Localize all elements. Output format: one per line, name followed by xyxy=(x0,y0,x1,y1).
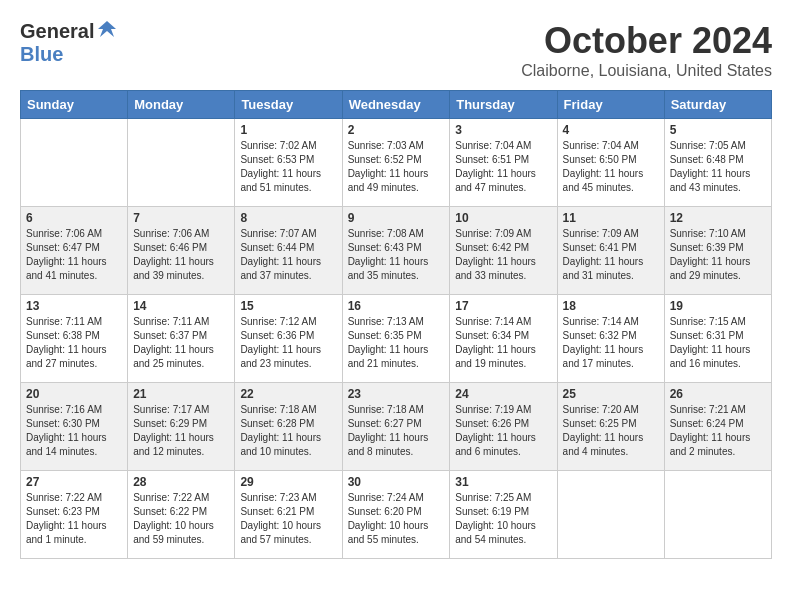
logo: General Blue xyxy=(20,20,118,66)
day-info: Sunrise: 7:02 AM Sunset: 6:53 PM Dayligh… xyxy=(240,139,336,195)
day-number: 19 xyxy=(670,299,766,313)
day-number: 9 xyxy=(348,211,445,225)
day-number: 18 xyxy=(563,299,659,313)
svg-marker-0 xyxy=(98,21,116,37)
table-row: 28Sunrise: 7:22 AM Sunset: 6:22 PM Dayli… xyxy=(128,471,235,559)
table-row: 23Sunrise: 7:18 AM Sunset: 6:27 PM Dayli… xyxy=(342,383,450,471)
day-info: Sunrise: 7:16 AM Sunset: 6:30 PM Dayligh… xyxy=(26,403,122,459)
day-number: 31 xyxy=(455,475,551,489)
day-number: 13 xyxy=(26,299,122,313)
day-info: Sunrise: 7:03 AM Sunset: 6:52 PM Dayligh… xyxy=(348,139,445,195)
table-row: 5Sunrise: 7:05 AM Sunset: 6:48 PM Daylig… xyxy=(664,119,771,207)
table-row: 4Sunrise: 7:04 AM Sunset: 6:50 PM Daylig… xyxy=(557,119,664,207)
day-number: 30 xyxy=(348,475,445,489)
table-row: 29Sunrise: 7:23 AM Sunset: 6:21 PM Dayli… xyxy=(235,471,342,559)
location: Claiborne, Louisiana, United States xyxy=(521,62,772,80)
day-info: Sunrise: 7:04 AM Sunset: 6:51 PM Dayligh… xyxy=(455,139,551,195)
logo-general-text: General xyxy=(20,20,94,43)
header-wednesday: Wednesday xyxy=(342,91,450,119)
table-row xyxy=(664,471,771,559)
day-info: Sunrise: 7:18 AM Sunset: 6:27 PM Dayligh… xyxy=(348,403,445,459)
day-number: 11 xyxy=(563,211,659,225)
day-number: 21 xyxy=(133,387,229,401)
day-info: Sunrise: 7:05 AM Sunset: 6:48 PM Dayligh… xyxy=(670,139,766,195)
table-row: 8Sunrise: 7:07 AM Sunset: 6:44 PM Daylig… xyxy=(235,207,342,295)
day-info: Sunrise: 7:09 AM Sunset: 6:41 PM Dayligh… xyxy=(563,227,659,283)
day-info: Sunrise: 7:13 AM Sunset: 6:35 PM Dayligh… xyxy=(348,315,445,371)
day-number: 14 xyxy=(133,299,229,313)
table-row: 30Sunrise: 7:24 AM Sunset: 6:20 PM Dayli… xyxy=(342,471,450,559)
day-number: 7 xyxy=(133,211,229,225)
header-thursday: Thursday xyxy=(450,91,557,119)
day-number: 17 xyxy=(455,299,551,313)
day-number: 23 xyxy=(348,387,445,401)
table-row: 24Sunrise: 7:19 AM Sunset: 6:26 PM Dayli… xyxy=(450,383,557,471)
day-info: Sunrise: 7:21 AM Sunset: 6:24 PM Dayligh… xyxy=(670,403,766,459)
table-row: 25Sunrise: 7:20 AM Sunset: 6:25 PM Dayli… xyxy=(557,383,664,471)
table-row: 7Sunrise: 7:06 AM Sunset: 6:46 PM Daylig… xyxy=(128,207,235,295)
day-number: 26 xyxy=(670,387,766,401)
day-info: Sunrise: 7:11 AM Sunset: 6:37 PM Dayligh… xyxy=(133,315,229,371)
day-number: 10 xyxy=(455,211,551,225)
calendar-week-row: 20Sunrise: 7:16 AM Sunset: 6:30 PM Dayli… xyxy=(21,383,772,471)
title-area: October 2024 Claiborne, Louisiana, Unite… xyxy=(521,20,772,80)
day-number: 28 xyxy=(133,475,229,489)
page-container: General Blue October 2024 Claiborne, Lou… xyxy=(20,20,772,559)
day-info: Sunrise: 7:06 AM Sunset: 6:46 PM Dayligh… xyxy=(133,227,229,283)
day-info: Sunrise: 7:14 AM Sunset: 6:34 PM Dayligh… xyxy=(455,315,551,371)
table-row: 2Sunrise: 7:03 AM Sunset: 6:52 PM Daylig… xyxy=(342,119,450,207)
day-info: Sunrise: 7:07 AM Sunset: 6:44 PM Dayligh… xyxy=(240,227,336,283)
table-row: 1Sunrise: 7:02 AM Sunset: 6:53 PM Daylig… xyxy=(235,119,342,207)
day-info: Sunrise: 7:22 AM Sunset: 6:22 PM Dayligh… xyxy=(133,491,229,547)
calendar-table: Sunday Monday Tuesday Wednesday Thursday… xyxy=(20,90,772,559)
day-number: 22 xyxy=(240,387,336,401)
day-info: Sunrise: 7:19 AM Sunset: 6:26 PM Dayligh… xyxy=(455,403,551,459)
day-info: Sunrise: 7:15 AM Sunset: 6:31 PM Dayligh… xyxy=(670,315,766,371)
day-info: Sunrise: 7:23 AM Sunset: 6:21 PM Dayligh… xyxy=(240,491,336,547)
logo-bird-icon xyxy=(96,19,118,41)
header-sunday: Sunday xyxy=(21,91,128,119)
header-monday: Monday xyxy=(128,91,235,119)
calendar-week-row: 1Sunrise: 7:02 AM Sunset: 6:53 PM Daylig… xyxy=(21,119,772,207)
calendar-week-row: 27Sunrise: 7:22 AM Sunset: 6:23 PM Dayli… xyxy=(21,471,772,559)
day-number: 12 xyxy=(670,211,766,225)
day-info: Sunrise: 7:10 AM Sunset: 6:39 PM Dayligh… xyxy=(670,227,766,283)
month-title: October 2024 xyxy=(521,20,772,62)
day-info: Sunrise: 7:24 AM Sunset: 6:20 PM Dayligh… xyxy=(348,491,445,547)
table-row: 21Sunrise: 7:17 AM Sunset: 6:29 PM Dayli… xyxy=(128,383,235,471)
day-number: 25 xyxy=(563,387,659,401)
table-row: 9Sunrise: 7:08 AM Sunset: 6:43 PM Daylig… xyxy=(342,207,450,295)
day-number: 24 xyxy=(455,387,551,401)
day-number: 27 xyxy=(26,475,122,489)
day-info: Sunrise: 7:17 AM Sunset: 6:29 PM Dayligh… xyxy=(133,403,229,459)
day-info: Sunrise: 7:18 AM Sunset: 6:28 PM Dayligh… xyxy=(240,403,336,459)
day-number: 20 xyxy=(26,387,122,401)
day-number: 8 xyxy=(240,211,336,225)
table-row: 17Sunrise: 7:14 AM Sunset: 6:34 PM Dayli… xyxy=(450,295,557,383)
day-number: 16 xyxy=(348,299,445,313)
table-row: 14Sunrise: 7:11 AM Sunset: 6:37 PM Dayli… xyxy=(128,295,235,383)
header-friday: Friday xyxy=(557,91,664,119)
day-info: Sunrise: 7:12 AM Sunset: 6:36 PM Dayligh… xyxy=(240,315,336,371)
table-row: 10Sunrise: 7:09 AM Sunset: 6:42 PM Dayli… xyxy=(450,207,557,295)
table-row: 27Sunrise: 7:22 AM Sunset: 6:23 PM Dayli… xyxy=(21,471,128,559)
table-row: 22Sunrise: 7:18 AM Sunset: 6:28 PM Dayli… xyxy=(235,383,342,471)
day-info: Sunrise: 7:06 AM Sunset: 6:47 PM Dayligh… xyxy=(26,227,122,283)
logo-blue-text: Blue xyxy=(20,43,63,65)
day-info: Sunrise: 7:25 AM Sunset: 6:19 PM Dayligh… xyxy=(455,491,551,547)
table-row xyxy=(128,119,235,207)
day-info: Sunrise: 7:14 AM Sunset: 6:32 PM Dayligh… xyxy=(563,315,659,371)
day-number: 4 xyxy=(563,123,659,137)
day-info: Sunrise: 7:04 AM Sunset: 6:50 PM Dayligh… xyxy=(563,139,659,195)
day-number: 1 xyxy=(240,123,336,137)
day-info: Sunrise: 7:08 AM Sunset: 6:43 PM Dayligh… xyxy=(348,227,445,283)
day-info: Sunrise: 7:11 AM Sunset: 6:38 PM Dayligh… xyxy=(26,315,122,371)
table-row xyxy=(557,471,664,559)
calendar-week-row: 13Sunrise: 7:11 AM Sunset: 6:38 PM Dayli… xyxy=(21,295,772,383)
day-number: 3 xyxy=(455,123,551,137)
header-tuesday: Tuesday xyxy=(235,91,342,119)
day-number: 2 xyxy=(348,123,445,137)
table-row xyxy=(21,119,128,207)
table-row: 13Sunrise: 7:11 AM Sunset: 6:38 PM Dayli… xyxy=(21,295,128,383)
header: General Blue October 2024 Claiborne, Lou… xyxy=(20,20,772,80)
